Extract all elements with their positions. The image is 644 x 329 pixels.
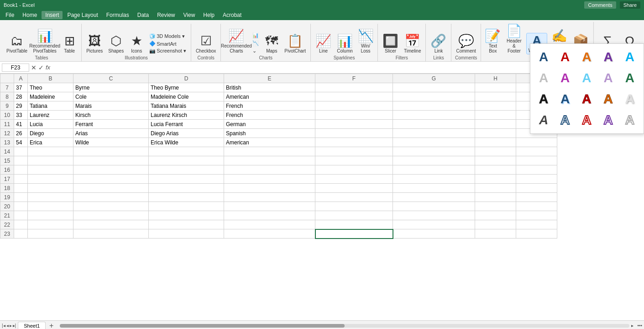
table-cell[interactable]: 37 xyxy=(14,83,28,92)
table-cell[interactable]: Cole xyxy=(73,92,149,101)
table-cell[interactable] xyxy=(14,184,28,193)
table-cell[interactable]: Erica xyxy=(28,138,73,147)
table-cell[interactable]: American xyxy=(224,138,315,147)
table-cell[interactable]: 28 xyxy=(14,92,28,101)
table-cell[interactable] xyxy=(393,211,475,220)
table-cell[interactable] xyxy=(393,120,475,129)
table-cell[interactable] xyxy=(315,175,393,184)
table-cell[interactable]: British xyxy=(224,83,315,92)
table-cell[interactable] xyxy=(149,193,224,202)
col-header-e[interactable]: E xyxy=(224,74,315,83)
table-cell[interactable] xyxy=(315,120,393,129)
table-cell[interactable] xyxy=(393,202,475,211)
pivot-table-button[interactable]: 🗂 PivotTable xyxy=(5,34,29,54)
table-cell[interactable]: Marais xyxy=(73,101,149,111)
table-cell[interactable]: Arias xyxy=(73,129,149,138)
table-cell[interactable] xyxy=(224,147,315,156)
wordart-style-14[interactable]: A xyxy=(599,90,618,109)
table-cell[interactable] xyxy=(28,147,73,156)
table-cell[interactable] xyxy=(315,92,393,101)
scroll-right-arrow[interactable]: ▸ xyxy=(631,323,634,328)
menu-data[interactable]: Data xyxy=(134,11,152,19)
row-header[interactable]: 15 xyxy=(0,156,14,165)
text-box-button[interactable]: 📝 Text Box xyxy=(484,29,502,54)
pivot-chart-button[interactable]: 📋 PivotChart xyxy=(283,34,308,54)
table-cell[interactable] xyxy=(393,220,475,229)
wordart-style-16[interactable]: A xyxy=(534,111,553,130)
menu-view[interactable]: View xyxy=(180,11,199,19)
table-cell[interactable] xyxy=(475,138,516,147)
wordart-style-3[interactable]: A xyxy=(577,48,596,67)
table-cell[interactable] xyxy=(14,211,28,220)
add-sheet-button[interactable]: + xyxy=(47,322,56,329)
wordart-style-10[interactable]: A xyxy=(620,69,639,88)
table-cell[interactable] xyxy=(315,193,393,202)
table-cell[interactable] xyxy=(393,129,475,138)
row-header[interactable]: 21 xyxy=(0,211,14,220)
table-cell[interactable] xyxy=(14,156,28,165)
col-header-f[interactable]: F xyxy=(315,74,393,83)
table-cell[interactable] xyxy=(475,202,516,211)
table-cell[interactable]: 41 xyxy=(14,120,28,129)
table-cell[interactable] xyxy=(149,156,224,165)
table-cell[interactable] xyxy=(393,83,475,92)
comment-button[interactable]: 💬 Comment xyxy=(454,34,477,54)
link-button[interactable]: 🔗 Link xyxy=(429,34,448,54)
cell-reference-input[interactable]: F23 xyxy=(2,64,29,72)
header-footer-button[interactable]: 📄 Header & Footer xyxy=(504,24,524,54)
table-cell[interactable]: Byrne xyxy=(73,83,149,92)
table-cell[interactable] xyxy=(149,165,224,175)
table-cell[interactable] xyxy=(149,184,224,193)
table-cell[interactable] xyxy=(315,156,393,165)
col-header-d[interactable]: D xyxy=(149,74,224,83)
checkbox-button[interactable]: ☑ Checkbox xyxy=(194,34,218,54)
table-cell[interactable]: Ferrant xyxy=(73,120,149,129)
table-cell[interactable]: Madeleine Cole xyxy=(149,92,224,101)
table-cell[interactable] xyxy=(475,111,516,120)
row-header[interactable]: 9 xyxy=(0,101,14,111)
table-cell[interactable] xyxy=(73,156,149,165)
table-cell[interactable] xyxy=(224,175,315,184)
row-header[interactable]: 11 xyxy=(0,120,14,129)
table-cell[interactable]: Wilde xyxy=(73,138,149,147)
sheet-first-arrow[interactable]: |◂ xyxy=(2,323,5,328)
table-cell[interactable] xyxy=(475,92,516,101)
table-cell[interactable] xyxy=(315,129,393,138)
wordart-style-2[interactable]: A xyxy=(555,48,575,67)
table-cell[interactable] xyxy=(315,83,393,92)
table-cell[interactable] xyxy=(224,211,315,220)
table-cell[interactable] xyxy=(73,184,149,193)
table-cell[interactable]: Lucia xyxy=(28,120,73,129)
sheet-prev-arrow[interactable]: ◂ xyxy=(6,323,9,328)
more-charts-button[interactable]: ⌄ xyxy=(251,48,261,54)
table-cell[interactable] xyxy=(14,229,28,239)
table-cell[interactable] xyxy=(475,229,516,239)
table-cell[interactable] xyxy=(315,147,393,156)
menu-formulas[interactable]: Formulas xyxy=(103,11,133,19)
table-cell[interactable] xyxy=(73,193,149,202)
table-cell[interactable] xyxy=(393,138,475,147)
table-cell[interactable] xyxy=(224,229,315,239)
table-cell[interactable]: Laurenz xyxy=(28,111,73,120)
row-header[interactable]: 19 xyxy=(0,193,14,202)
table-cell[interactable] xyxy=(393,147,475,156)
table-cell[interactable] xyxy=(475,211,516,220)
table-cell[interactable] xyxy=(516,220,557,229)
row-header[interactable]: 22 xyxy=(0,220,14,229)
wordart-style-19[interactable]: A xyxy=(599,111,618,130)
table-cell[interactable]: German xyxy=(224,120,315,129)
table-cell[interactable] xyxy=(28,165,73,175)
table-cell[interactable]: Kirsch xyxy=(73,111,149,120)
row-header[interactable]: 16 xyxy=(0,165,14,175)
table-cell[interactable] xyxy=(149,220,224,229)
table-cell[interactable] xyxy=(516,211,557,220)
menu-pagelayout[interactable]: Page Layout xyxy=(63,11,101,19)
3d-models-button[interactable]: 🧊 3D Models ▾ xyxy=(147,33,188,40)
table-cell[interactable] xyxy=(315,111,393,120)
menu-file[interactable]: File xyxy=(2,11,18,19)
table-cell[interactable] xyxy=(516,193,557,202)
table-cell[interactable]: Tatiana xyxy=(28,101,73,111)
table-cell[interactable]: Spanish xyxy=(224,129,315,138)
col-header-a[interactable]: A xyxy=(14,74,28,83)
column-sparkline-button[interactable]: 📊 Column xyxy=(335,34,355,54)
